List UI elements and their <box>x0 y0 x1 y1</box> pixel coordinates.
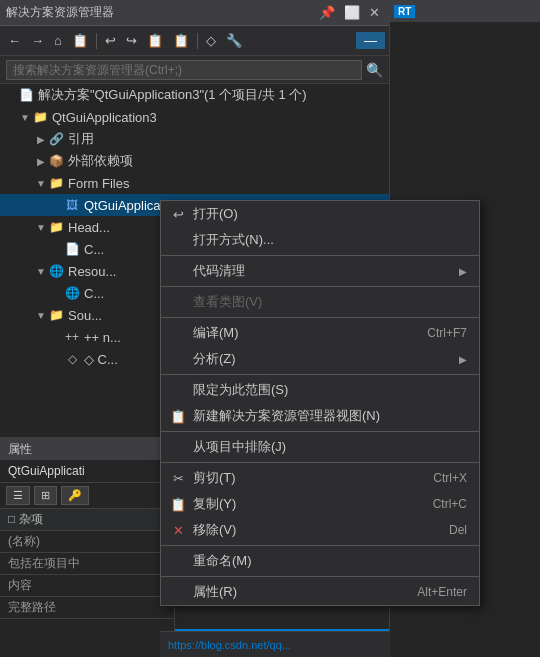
filter-button[interactable]: ◇ <box>202 31 220 50</box>
prop-name-label: (名称) <box>8 533 83 550</box>
prop-include-label: 包括在项目中 <box>8 555 83 572</box>
rt-toolbar: RT <box>390 0 540 22</box>
expand-dep[interactable]: ▶ <box>34 156 48 167</box>
expand-header[interactable]: ▼ <box>34 222 48 233</box>
properties-shortcut: Alt+Enter <box>417 585 467 599</box>
search-input[interactable] <box>6 60 362 80</box>
tree-solution[interactable]: 📄 解决方案"QtGuiApplication3"(1 个项目/共 1 个) <box>0 84 389 106</box>
res-item-label: C... <box>84 286 104 301</box>
tree-ref[interactable]: ▶ 🔗 引用 <box>0 128 389 150</box>
expand-resource[interactable]: ▼ <box>34 266 48 277</box>
code-clean-arrow: ▶ <box>459 266 467 277</box>
new-view-icon: 📋 <box>169 409 187 424</box>
menu-rename[interactable]: 重命名(M) <box>161 548 479 574</box>
menu-cut[interactable]: ✂ 剪切(T) Ctrl+X <box>161 465 479 491</box>
open-icon: ↩ <box>169 207 187 222</box>
menu-scope[interactable]: 限定为此范围(S) <box>161 377 479 403</box>
res-item-icon: 🌐 <box>64 285 80 301</box>
properties-title: 属性 <box>0 438 174 460</box>
source-icon: 📁 <box>48 307 64 323</box>
source-label: Sou... <box>68 308 102 323</box>
sep-3 <box>161 317 479 318</box>
back-button[interactable]: ← <box>4 31 25 50</box>
sep-4 <box>161 374 479 375</box>
hcpp-label: C... <box>84 242 104 257</box>
forward-button[interactable]: → <box>27 31 48 50</box>
tree-form[interactable]: ▼ 📁 Form Files <box>0 172 389 194</box>
solution-icon: 📄 <box>18 87 34 103</box>
prop-section: □ 杂项 <box>0 509 174 531</box>
prop-path-label: 完整路径 <box>8 599 83 616</box>
menu-copy[interactable]: 📋 复制(Y) Ctrl+C <box>161 491 479 517</box>
expand-ref[interactable]: ▶ <box>34 134 48 145</box>
menu-open[interactable]: ↩ 打开(O) <box>161 201 479 227</box>
expand-form[interactable]: ▼ <box>34 178 48 189</box>
expand-source[interactable]: ▼ <box>34 310 48 321</box>
menu-open-with-label: 打开方式(N)... <box>193 231 274 249</box>
prop-key-btn[interactable]: 🔑 <box>61 486 89 505</box>
prop-sort-btn[interactable]: ⊞ <box>34 486 57 505</box>
menu-analyze[interactable]: 分析(Z) ▶ <box>161 346 479 372</box>
prop-grid-btn[interactable]: ☰ <box>6 486 30 505</box>
properties-panel: 属性 QtGuiApplicati ☰ ⊞ 🔑 □ 杂项 (名称) 包括在项目中… <box>0 437 175 657</box>
cut-icon: ✂ <box>169 471 187 486</box>
copy-icon: 📋 <box>169 497 187 512</box>
prop-content-label: 内容 <box>8 577 83 594</box>
menu-view-class: 查看类图(V) <box>161 289 479 315</box>
source-c-label: ◇ C... <box>84 352 118 367</box>
paste-button[interactable]: 📋 <box>143 31 167 50</box>
menu-open-with[interactable]: 打开方式(N)... <box>161 227 479 253</box>
menu-exclude-label: 从项目中排除(J) <box>193 438 286 456</box>
dep-label: 外部依赖项 <box>68 152 133 170</box>
undo-button[interactable]: ↩ <box>101 31 120 50</box>
prop-row-path: 完整路径 <box>0 597 174 619</box>
dep-icon: 📦 <box>48 153 64 169</box>
tree-dep[interactable]: ▶ 📦 外部依赖项 <box>0 150 389 172</box>
prop-row-content: 内容 <box>0 575 174 597</box>
sep-2 <box>161 286 479 287</box>
prop-object: QtGuiApplicati <box>0 460 174 483</box>
settings-button[interactable]: 🔧 <box>222 31 246 50</box>
sep-5 <box>161 431 479 432</box>
search-icon: 🔍 <box>366 62 383 78</box>
ref-label: 引用 <box>68 130 94 148</box>
home-button[interactable]: ⌂ <box>50 31 66 50</box>
menu-new-view[interactable]: 📋 新建解决方案资源管理器视图(N) <box>161 403 479 429</box>
menu-remove-label: 移除(V) <box>193 521 236 539</box>
rt-tag: RT <box>394 5 415 18</box>
prop-section-label: □ 杂项 <box>8 512 43 526</box>
remove-shortcut: Del <box>449 523 467 537</box>
solution-label: 解决方案"QtGuiApplication3"(1 个项目/共 1 个) <box>38 86 307 104</box>
tree-project[interactable]: ▼ 📁 QtGuiApplication3 <box>0 106 389 128</box>
url-text: https://blog.csdn.net/qq... <box>168 639 291 651</box>
analyze-arrow: ▶ <box>459 354 467 365</box>
close-icon[interactable]: ✕ <box>366 4 383 21</box>
copy-button[interactable]: 📋 <box>68 31 92 50</box>
redo-button[interactable]: ↪ <box>122 31 141 50</box>
collapse-button[interactable]: — <box>356 32 385 49</box>
cut-shortcut: Ctrl+X <box>433 471 467 485</box>
menu-properties-label: 属性(R) <box>193 583 237 601</box>
menu-code-clean-label: 代码清理 <box>193 262 245 280</box>
menu-cut-label: 剪切(T) <box>193 469 236 487</box>
menu-analyze-label: 分析(Z) <box>193 350 236 368</box>
separator-2 <box>197 33 198 49</box>
copy2-button[interactable]: 📋 <box>169 31 193 50</box>
maximize-icon[interactable]: ⬜ <box>341 4 363 21</box>
menu-open-label: 打开(O) <box>193 205 238 223</box>
pin-icon[interactable]: 📌 <box>316 4 338 21</box>
header-label: Head... <box>68 220 110 235</box>
menu-code-clean[interactable]: 代码清理 ▶ <box>161 258 479 284</box>
sep-1 <box>161 255 479 256</box>
sep-7 <box>161 545 479 546</box>
toolbar: ← → ⌂ 📋 ↩ ↪ 📋 📋 ◇ 🔧 — <box>0 26 389 56</box>
menu-compile[interactable]: 编译(M) Ctrl+F7 <box>161 320 479 346</box>
prop-title-label: 属性 <box>8 441 32 458</box>
expand-project[interactable]: ▼ <box>18 112 32 123</box>
menu-remove[interactable]: ✕ 移除(V) Del <box>161 517 479 543</box>
menu-exclude[interactable]: 从项目中排除(J) <box>161 434 479 460</box>
sep-8 <box>161 576 479 577</box>
menu-properties[interactable]: 属性(R) Alt+Enter <box>161 579 479 605</box>
menu-copy-label: 复制(Y) <box>193 495 236 513</box>
title-bar-label: 解决方案资源管理器 <box>6 4 114 21</box>
